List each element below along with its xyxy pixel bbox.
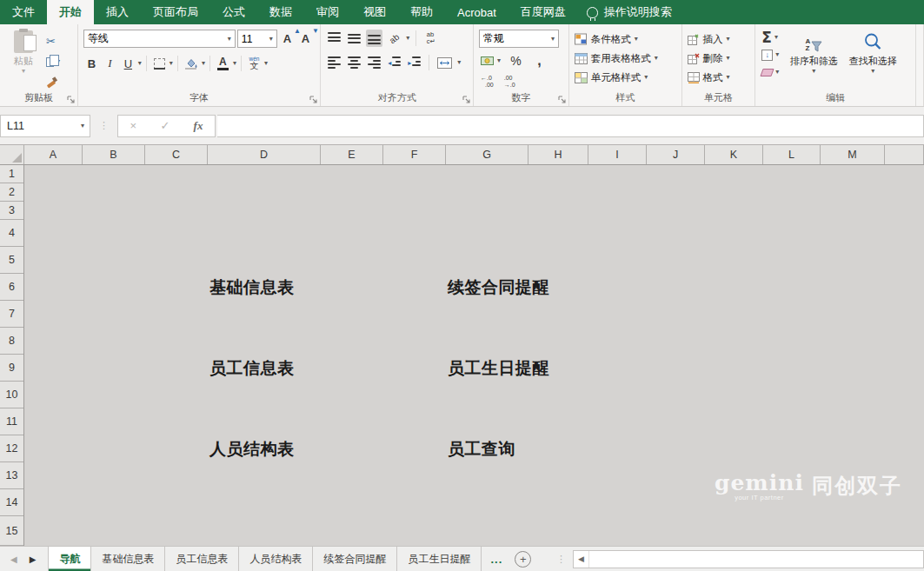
row-header-3[interactable]: 3 [0, 202, 23, 220]
row-header-9[interactable]: 9 [0, 355, 23, 382]
underline-button[interactable]: U [120, 55, 136, 72]
increase-decimal-button[interactable]: ←.0.00 [481, 75, 494, 89]
bold-button[interactable]: B [83, 55, 100, 72]
column-header-B[interactable]: B [83, 145, 145, 164]
menu-tab-公式[interactable]: 公式 [210, 0, 257, 24]
column-header-I[interactable]: I [588, 145, 647, 164]
sheet-tab-续签合同提醒[interactable]: 续签合同提醒 [313, 547, 397, 571]
hscroll-left-icon[interactable]: ◀ [574, 551, 589, 568]
column-header-E[interactable]: E [321, 145, 383, 164]
column-header-H[interactable]: H [528, 145, 588, 164]
menu-tab-视图[interactable]: 视图 [351, 0, 398, 24]
row-header-12[interactable]: 12 [0, 435, 23, 462]
cell-G12[interactable]: 员工查询 [448, 435, 515, 462]
column-header-J[interactable]: J [647, 145, 705, 164]
sheet-scroll-left-button[interactable]: ◀ [10, 554, 17, 564]
menu-tab-开始[interactable]: 开始 [47, 0, 94, 24]
sheet-tab-基础信息表[interactable]: 基础信息表 [91, 547, 165, 571]
align-middle-button[interactable] [346, 30, 362, 47]
row-header-15[interactable]: 15 [0, 516, 23, 546]
column-header-A[interactable]: A [24, 145, 83, 164]
accounting-format-button[interactable]: ▾ [481, 56, 501, 66]
align-center-button[interactable] [346, 54, 362, 71]
chevron-down-icon[interactable]: ▾ [170, 60, 173, 67]
menu-tab-百度网盘[interactable]: 百度网盘 [509, 0, 578, 24]
percent-style-button[interactable]: % [508, 52, 524, 70]
insert-function-button[interactable]: fx [194, 119, 203, 133]
autosum-button[interactable]: Σ▾ [759, 30, 781, 45]
align-top-button[interactable] [326, 30, 342, 47]
chevron-down-icon[interactable]: ▾ [457, 59, 461, 66]
column-header-K[interactable]: K [705, 145, 763, 164]
menu-tab-数据[interactable]: 数据 [257, 0, 304, 24]
row-header-1[interactable]: 1 [0, 165, 23, 183]
cell-D9[interactable]: 员工信息表 [209, 355, 295, 382]
row-header-11[interactable]: 11 [0, 408, 23, 435]
chevron-down-icon[interactable]: ▾ [264, 60, 268, 67]
borders-button[interactable] [151, 55, 168, 72]
column-header-L[interactable]: L [763, 145, 821, 164]
find-select-button[interactable]: 查找和选择 ▾ [846, 28, 900, 92]
merge-center-button[interactable] [435, 54, 454, 71]
orientation-button[interactable]: ab [386, 30, 402, 47]
sheet-tab-员工信息表[interactable]: 员工信息表 [165, 547, 239, 571]
format-cells-button[interactable]: 格式▾ [688, 69, 750, 86]
wrap-text-button[interactable]: abc↵ [422, 30, 439, 47]
cell-D12[interactable]: 人员结构表 [209, 435, 295, 462]
row-header-13[interactable]: 13 [0, 462, 23, 489]
enter-button[interactable]: ✓ [160, 119, 170, 132]
menu-tab-审阅[interactable]: 审阅 [304, 0, 351, 24]
column-header-F[interactable]: F [383, 145, 446, 164]
column-header-D[interactable]: D [208, 145, 321, 164]
tell-me-search[interactable]: 操作说明搜索 [578, 0, 681, 24]
insert-cells-button[interactable]: 插入▾ [688, 30, 750, 48]
sheet-tab-导航[interactable]: 导航 [48, 547, 91, 571]
font-name-select[interactable]: 等线 ▾ [83, 30, 236, 48]
select-all-corner[interactable] [0, 145, 24, 164]
comma-style-button[interactable]: , [531, 52, 548, 70]
sheet-tab-人员结构表[interactable]: 人员结构表 [239, 547, 313, 571]
copy-button[interactable]: ▾ [43, 53, 63, 70]
align-left-button[interactable] [326, 54, 342, 71]
row-header-6[interactable]: 6 [0, 274, 23, 301]
formula-input[interactable] [217, 115, 924, 137]
menu-tab-页面布局[interactable]: 页面布局 [141, 0, 210, 24]
column-header-C[interactable]: C [145, 145, 208, 164]
cancel-button[interactable]: × [130, 119, 137, 132]
row-header-5[interactable]: 5 [0, 247, 23, 274]
clear-button[interactable]: ▾ [759, 64, 781, 80]
increase-indent-button[interactable]: ▸ [406, 54, 422, 71]
chevron-down-icon[interactable]: ▾ [233, 60, 236, 67]
fill-button[interactable]: ↓▾ [759, 47, 781, 63]
row-header-14[interactable]: 14 [0, 489, 23, 516]
tabbar-grip[interactable]: ⋮ [549, 547, 573, 571]
name-box[interactable]: L11 ▾ [0, 115, 90, 137]
sort-filter-button[interactable]: AZ 排序和筛选 ▾ [787, 28, 841, 92]
chevron-down-icon[interactable]: ▾ [202, 60, 205, 67]
phonetic-guide-button[interactable]: wén文 [246, 55, 263, 72]
more-sheets-button[interactable]: ... [482, 547, 511, 571]
format-painter-button[interactable] [43, 74, 63, 91]
italic-button[interactable]: I [102, 55, 118, 72]
paste-button[interactable]: 粘贴 ▾ [3, 28, 43, 92]
cut-button[interactable]: ✂ [43, 32, 63, 50]
format-as-table-button[interactable]: 套用表格格式▾ [575, 50, 676, 67]
decrease-decimal-button[interactable]: .00→.0 [504, 75, 515, 89]
menu-tab-文件[interactable]: 文件 [0, 0, 47, 24]
number-format-select[interactable]: 常规 ▾ [479, 30, 559, 48]
grow-font-button[interactable]: A▲ [279, 30, 296, 48]
dialog-launcher-icon[interactable] [309, 96, 317, 103]
menu-tab-帮助[interactable]: 帮助 [398, 0, 445, 24]
dialog-launcher-icon[interactable] [67, 96, 75, 103]
column-header-G[interactable]: G [446, 145, 528, 164]
cell-D6[interactable]: 基础信息表 [209, 274, 295, 301]
conditional-formatting-button[interactable]: 条件格式▾ [575, 30, 676, 48]
row-header-2[interactable]: 2 [0, 183, 23, 202]
shrink-font-button[interactable]: A▼ [297, 30, 314, 48]
decrease-indent-button[interactable]: ◂ [386, 54, 402, 71]
menu-tab-Acrobat[interactable]: Acrobat [445, 0, 509, 24]
row-header-7[interactable]: 7 [0, 301, 23, 328]
align-bottom-button[interactable] [366, 30, 382, 47]
cell-G6[interactable]: 续签合同提醒 [448, 274, 549, 301]
font-size-select[interactable]: 11 ▾ [237, 30, 277, 48]
